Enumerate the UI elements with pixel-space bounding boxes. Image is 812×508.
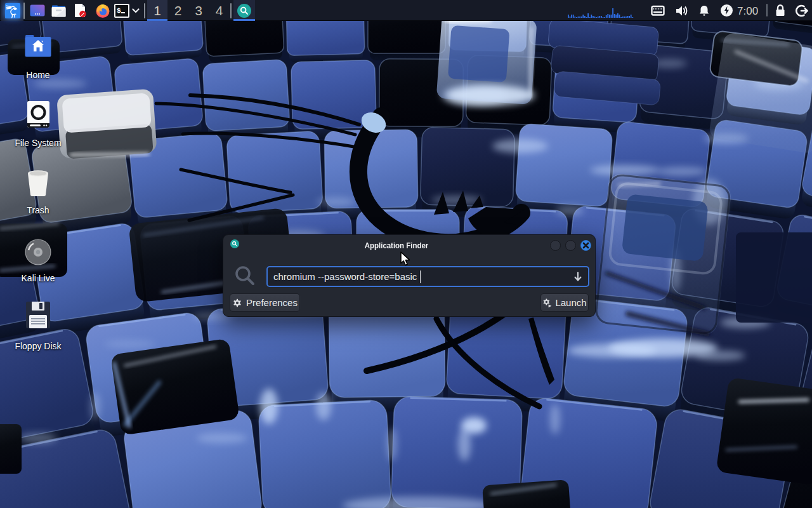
svg-text:$: $ (117, 7, 121, 15)
